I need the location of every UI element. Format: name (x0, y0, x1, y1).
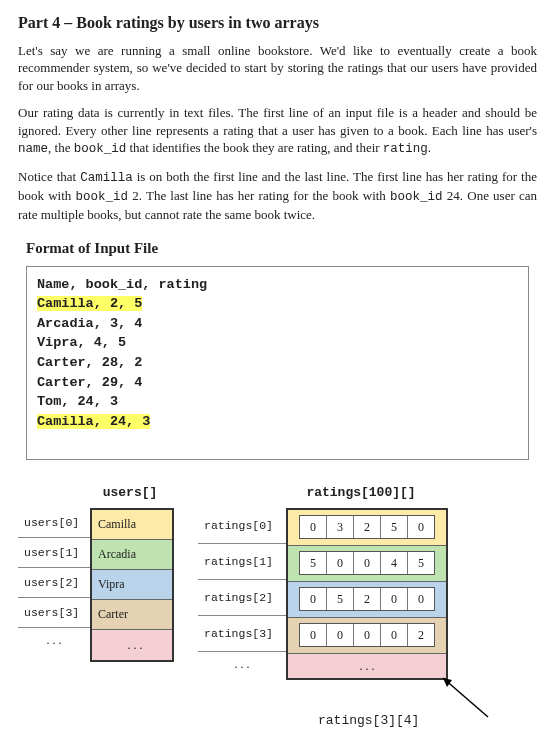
file-line: Camilla, 24, 3 (37, 412, 518, 432)
highlight: Camilla, 24, 3 (37, 414, 150, 429)
users-array: Camilla Arcadia Vipra Carter . . . (90, 508, 174, 662)
inline-code-bookid: book_id (390, 190, 443, 204)
rating-cell: 0 (300, 588, 327, 610)
rating-cell: 5 (408, 552, 434, 574)
ratings-index: ratings[2] (198, 580, 286, 616)
ellipsis: . . . (92, 630, 172, 660)
rating-cell: 4 (381, 552, 408, 574)
text: , the (48, 140, 74, 155)
users-cell: Camilla (92, 510, 172, 540)
ratings-row: 0 3 2 5 0 (288, 510, 446, 546)
ratings-index: ratings[0] (198, 508, 286, 544)
intro-para-1: Let's say we are running a small online … (18, 42, 537, 95)
rating-cell: 0 (300, 516, 327, 538)
users-index-labels: users[0] users[1] users[2] users[3] . . … (18, 508, 90, 652)
users-cell: Vipra (92, 570, 172, 600)
input-file-box: Name, book_id, rating Camilla, 2, 5 Arca… (26, 266, 529, 461)
rating-cell: 5 (300, 552, 327, 574)
ratings-index-labels: ratings[0] ratings[1] ratings[2] ratings… (198, 508, 286, 676)
inline-code-rating: rating (383, 142, 428, 156)
ratings-index: ratings[1] (198, 544, 286, 580)
rating-cell: 0 (408, 588, 434, 610)
rating-cell: 5 (381, 516, 408, 538)
file-line: Camilla, 2, 5 (37, 294, 518, 314)
rating-cell: 2 (354, 588, 381, 610)
file-line: Tom, 24, 3 (37, 392, 518, 412)
rating-cell: 5 (327, 588, 354, 610)
ratings-array-title: ratings[100][] (282, 484, 440, 502)
svg-marker-1 (443, 678, 452, 687)
rating-cell: 2 (354, 516, 381, 538)
callout-code: ratings[3][4] (318, 712, 419, 730)
users-index: users[1] (18, 538, 90, 568)
file-line: Carter, 29, 4 (37, 373, 518, 393)
text: that identifies the book they are rating… (126, 140, 383, 155)
rating-cell: 0 (381, 588, 408, 610)
inline-code-bookid: book_id (76, 190, 129, 204)
users-array-title: users[] (90, 484, 170, 502)
users-index: users[3] (18, 598, 90, 628)
rating-cell: 0 (327, 624, 354, 646)
users-index: users[0] (18, 508, 90, 538)
rating-cell: 0 (381, 624, 408, 646)
users-index: users[2] (18, 568, 90, 598)
text: 2. The last line has her rating for the … (128, 188, 390, 203)
ratings-row: 0 0 0 0 2 (288, 618, 446, 654)
ratings-index: ratings[3] (198, 616, 286, 652)
svg-line-0 (443, 678, 488, 717)
format-heading: Format of Input File (26, 238, 537, 258)
inline-code-name: name (18, 142, 48, 156)
intro-para-3: Notice that Camilla is on both the first… (18, 168, 537, 223)
rating-cell: 0 (300, 624, 327, 646)
ellipsis: . . . (18, 628, 90, 652)
ratings-row: 0 5 2 0 0 (288, 582, 446, 618)
file-line: Carter, 28, 2 (37, 353, 518, 373)
rating-cell: 0 (354, 624, 381, 646)
intro-para-2: Our rating data is currently in text fil… (18, 104, 537, 158)
file-line: Vipra, 4, 5 (37, 333, 518, 353)
ratings-array: 0 3 2 5 0 5 0 0 4 5 0 5 (286, 508, 448, 680)
rating-cell: 2 (408, 624, 434, 646)
ellipsis: . . . (198, 652, 286, 676)
rating-cell: 3 (327, 516, 354, 538)
users-cell: Arcadia (92, 540, 172, 570)
inline-code-bookid: book_id (74, 142, 127, 156)
ratings-row: 5 0 0 4 5 (288, 546, 446, 582)
inline-code-camilla: Camilla (80, 171, 133, 185)
text: Our rating data is currently in text fil… (18, 105, 537, 138)
text: . (428, 140, 431, 155)
rating-cell: 0 (408, 516, 434, 538)
page-title: Part 4 – Book ratings by users in two ar… (18, 12, 537, 34)
rating-cell: 0 (327, 552, 354, 574)
rating-cell: 0 (354, 552, 381, 574)
text: Notice that (18, 169, 80, 184)
highlight: Camilla, 2, 5 (37, 296, 142, 311)
file-line-header: Name, book_id, rating (37, 275, 518, 295)
file-line: Arcadia, 3, 4 (37, 314, 518, 334)
arrays-diagram: users[] ratings[100][] users[0] users[1]… (18, 484, 537, 731)
users-cell: Carter (92, 600, 172, 630)
